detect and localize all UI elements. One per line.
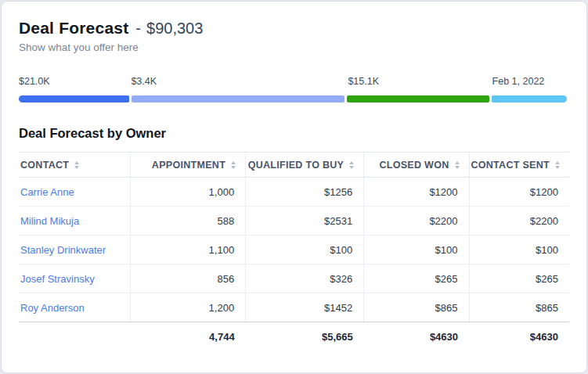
appointment-cell: 1,100 <box>130 236 246 264</box>
contact-link[interactable]: Roy Anderson <box>20 302 85 314</box>
contact-sent-cell: $865 <box>469 293 569 322</box>
contact-sent-cell: $2200 <box>469 207 569 236</box>
totals-row: 4,744 $5,665 $4630 $4630 <box>19 322 569 352</box>
progress-segment-2 <box>132 95 344 102</box>
column-header-qualified-to-buy[interactable]: QUALIFIED TO BUY <box>246 153 364 178</box>
contact-cell: Stanley Drinkwater <box>19 236 130 264</box>
closed-won-cell: $865 <box>364 293 469 322</box>
deal-forecast-table: CONTACT APPOINTMENT QUALIFIED TO BUY CLO… <box>19 152 569 352</box>
appointment-cell: 588 <box>130 207 246 236</box>
page-title: Deal Forecast <box>19 19 128 37</box>
column-header-contact-sent[interactable]: CONTACT SENT <box>469 153 569 178</box>
progress-segment-4 <box>492 95 567 102</box>
closed-won-cell: $100 <box>364 236 469 264</box>
closed-won-cell: $2200 <box>364 207 469 236</box>
appointment-cell: 1,200 <box>130 293 246 322</box>
sort-icon <box>555 161 560 169</box>
contact-link[interactable]: Josef Stravinsky <box>20 273 95 285</box>
table-row: Carrie Anne 1,000 $1256 $1200 $1200 <box>19 178 569 207</box>
progress-label-2: $3.4K <box>131 76 157 87</box>
progress-bar <box>19 95 569 102</box>
progress-label-1: $21.0K <box>19 76 50 87</box>
progress-segment-1 <box>19 95 129 102</box>
totals-contact-sent: $4630 <box>469 322 569 352</box>
sort-icon <box>231 161 236 169</box>
closed-won-cell: $1200 <box>364 178 469 207</box>
qualified-cell: $1256 <box>246 178 364 207</box>
qualified-cell: $326 <box>246 264 364 293</box>
contact-sent-cell: $265 <box>469 264 569 293</box>
contact-link[interactable]: Stanley Drinkwater <box>20 244 106 256</box>
progress-label-3: $15.1K <box>348 76 379 87</box>
qualified-cell: $1452 <box>246 293 364 322</box>
column-header-contact[interactable]: CONTACT <box>19 153 130 178</box>
contact-cell: Carrie Anne <box>19 178 130 207</box>
qualified-cell: $2531 <box>246 207 364 236</box>
table-row: Milind Mikuja 588 $2531 $2200 $2200 <box>19 207 569 236</box>
table-row: Roy Anderson 1,200 $1452 $865 $865 <box>19 293 569 322</box>
header: Deal Forecast-$90,303 <box>19 19 569 38</box>
sort-icon <box>349 161 354 169</box>
contact-cell: Milind Mikuja <box>19 207 130 236</box>
progress-labels: $21.0K $3.4K $15.1K Feb 1, 2022 <box>19 76 569 88</box>
forecast-total-amount: $90,303 <box>146 20 203 37</box>
table-header-row: CONTACT APPOINTMENT QUALIFIED TO BUY CLO… <box>19 153 569 178</box>
forecast-progress: $21.0K $3.4K $15.1K Feb 1, 2022 <box>19 76 569 102</box>
contact-link[interactable]: Carrie Anne <box>20 186 74 198</box>
subtitle: Show what you offer here <box>19 41 569 53</box>
deal-forecast-card: Deal Forecast-$90,303 Show what you offe… <box>1 1 587 373</box>
contact-link[interactable]: Milind Mikuja <box>20 215 79 227</box>
totals-qualified: $5,665 <box>246 322 364 352</box>
progress-label-4: Feb 1, 2022 <box>492 76 545 87</box>
contact-cell: Josef Stravinsky <box>19 264 130 293</box>
appointment-cell: 856 <box>130 264 246 293</box>
contact-cell: Roy Anderson <box>19 293 130 322</box>
title-separator: - <box>135 20 141 37</box>
column-header-closed-won[interactable]: CLOSED WON <box>364 153 469 178</box>
sort-icon <box>455 161 460 169</box>
table-row: Josef Stravinsky 856 $326 $265 $265 <box>19 264 569 293</box>
table-title: Deal Forecast by Owner <box>19 126 569 141</box>
closed-won-cell: $265 <box>364 264 469 293</box>
contact-sent-cell: $1200 <box>469 178 569 207</box>
appointment-cell: 1,000 <box>130 178 246 207</box>
table-row: Stanley Drinkwater 1,100 $100 $100 $100 <box>19 236 569 264</box>
qualified-cell: $100 <box>246 236 364 264</box>
contact-sent-cell: $100 <box>469 236 569 264</box>
totals-closed-won: $4630 <box>364 322 469 352</box>
totals-contact-cell <box>19 322 130 352</box>
column-header-appointment[interactable]: APPOINTMENT <box>130 153 246 178</box>
progress-segment-3 <box>347 95 489 102</box>
sort-icon <box>74 161 79 169</box>
totals-appointment: 4,744 <box>130 322 246 352</box>
